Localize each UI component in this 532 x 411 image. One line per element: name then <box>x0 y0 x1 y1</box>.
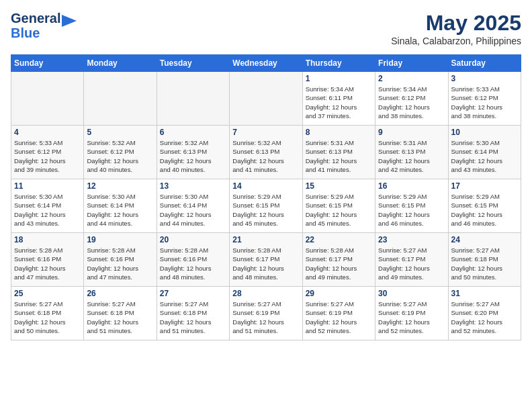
day-info: Sunrise: 5:30 AM Sunset: 6:14 PM Dayligh… <box>14 192 81 228</box>
day-info: Sunrise: 5:29 AM Sunset: 6:15 PM Dayligh… <box>306 192 372 228</box>
calendar-cell: 5Sunrise: 5:32 AM Sunset: 6:12 PM Daylig… <box>84 126 157 179</box>
calendar-cell <box>84 72 157 126</box>
day-number: 17 <box>451 181 518 191</box>
day-header-friday: Friday <box>375 55 448 72</box>
day-number: 22 <box>306 235 372 244</box>
calendar-cell: 24Sunrise: 5:27 AM Sunset: 6:18 PM Dayli… <box>448 233 521 287</box>
day-info: Sunrise: 5:31 AM Sunset: 6:13 PM Dayligh… <box>306 138 372 174</box>
svg-marker-0 <box>62 15 77 27</box>
day-info: Sunrise: 5:28 AM Sunset: 6:16 PM Dayligh… <box>160 246 226 281</box>
day-info: Sunrise: 5:34 AM Sunset: 6:12 PM Dayligh… <box>378 85 445 120</box>
day-number: 11 <box>14 181 81 191</box>
day-number: 21 <box>232 235 299 244</box>
logo-arrow-icon <box>62 15 77 30</box>
day-number: 4 <box>14 128 81 137</box>
day-info: Sunrise: 5:27 AM Sunset: 6:19 PM Dayligh… <box>232 300 299 335</box>
day-info: Sunrise: 5:27 AM Sunset: 6:19 PM Dayligh… <box>306 300 372 335</box>
calendar-cell: 16Sunrise: 5:29 AM Sunset: 6:15 PM Dayli… <box>375 179 448 233</box>
day-info: Sunrise: 5:27 AM Sunset: 6:19 PM Dayligh… <box>378 300 445 335</box>
calendar-cell: 6Sunrise: 5:32 AM Sunset: 6:13 PM Daylig… <box>157 126 229 179</box>
day-info: Sunrise: 5:27 AM Sunset: 6:18 PM Dayligh… <box>87 300 153 335</box>
day-number: 1 <box>306 74 372 83</box>
calendar-cell: 11Sunrise: 5:30 AM Sunset: 6:14 PM Dayli… <box>11 179 84 233</box>
day-header-thursday: Thursday <box>302 55 375 72</box>
week-row-4: 18Sunrise: 5:28 AM Sunset: 6:16 PM Dayli… <box>11 233 521 287</box>
logo-general: General <box>11 11 60 26</box>
day-number: 24 <box>451 235 518 244</box>
logo-blue: Blue <box>11 26 60 40</box>
calendar-cell: 4Sunrise: 5:33 AM Sunset: 6:12 PM Daylig… <box>11 126 84 179</box>
day-info: Sunrise: 5:30 AM Sunset: 6:14 PM Dayligh… <box>160 192 226 228</box>
week-row-1: 1Sunrise: 5:34 AM Sunset: 6:11 PM Daylig… <box>11 72 521 126</box>
day-number: 3 <box>451 74 518 83</box>
day-info: Sunrise: 5:30 AM Sunset: 6:14 PM Dayligh… <box>87 192 153 228</box>
week-row-5: 25Sunrise: 5:27 AM Sunset: 6:18 PM Dayli… <box>11 287 521 340</box>
logo: General Blue <box>11 11 77 40</box>
day-number: 20 <box>160 235 226 244</box>
day-number: 29 <box>306 289 372 298</box>
calendar-cell: 9Sunrise: 5:31 AM Sunset: 6:13 PM Daylig… <box>375 126 448 179</box>
calendar-cell: 8Sunrise: 5:31 AM Sunset: 6:13 PM Daylig… <box>302 126 375 179</box>
day-info: Sunrise: 5:28 AM Sunset: 6:16 PM Dayligh… <box>14 246 81 281</box>
calendar-cell: 22Sunrise: 5:28 AM Sunset: 6:17 PM Dayli… <box>302 233 375 287</box>
day-info: Sunrise: 5:31 AM Sunset: 6:13 PM Dayligh… <box>378 138 445 174</box>
calendar-cell: 20Sunrise: 5:28 AM Sunset: 6:16 PM Dayli… <box>157 233 229 287</box>
day-number: 30 <box>378 289 445 298</box>
day-info: Sunrise: 5:27 AM Sunset: 6:20 PM Dayligh… <box>451 300 518 335</box>
calendar-cell: 13Sunrise: 5:30 AM Sunset: 6:14 PM Dayli… <box>157 179 229 233</box>
day-number: 2 <box>378 74 445 83</box>
day-info: Sunrise: 5:33 AM Sunset: 6:12 PM Dayligh… <box>14 138 81 174</box>
week-row-2: 4Sunrise: 5:33 AM Sunset: 6:12 PM Daylig… <box>11 126 521 179</box>
calendar-cell: 18Sunrise: 5:28 AM Sunset: 6:16 PM Dayli… <box>11 233 84 287</box>
calendar-cell: 28Sunrise: 5:27 AM Sunset: 6:19 PM Dayli… <box>230 287 302 340</box>
calendar-cell: 15Sunrise: 5:29 AM Sunset: 6:15 PM Dayli… <box>302 179 375 233</box>
day-info: Sunrise: 5:30 AM Sunset: 6:14 PM Dayligh… <box>451 138 518 174</box>
calendar-cell: 1Sunrise: 5:34 AM Sunset: 6:11 PM Daylig… <box>302 72 375 126</box>
day-number: 18 <box>14 235 81 244</box>
calendar-cell: 10Sunrise: 5:30 AM Sunset: 6:14 PM Dayli… <box>448 126 521 179</box>
day-number: 9 <box>378 128 445 137</box>
day-info: Sunrise: 5:27 AM Sunset: 6:18 PM Dayligh… <box>451 246 518 281</box>
calendar-cell: 14Sunrise: 5:29 AM Sunset: 6:15 PM Dayli… <box>230 179 302 233</box>
title-area: May 2025 Sinala, Calabarzon, Philippines <box>391 11 521 46</box>
day-number: 28 <box>232 289 299 298</box>
day-number: 15 <box>306 181 372 191</box>
day-info: Sunrise: 5:32 AM Sunset: 6:13 PM Dayligh… <box>160 138 226 174</box>
day-info: Sunrise: 5:28 AM Sunset: 6:16 PM Dayligh… <box>87 246 153 281</box>
day-number: 26 <box>87 289 153 298</box>
calendar-cell: 27Sunrise: 5:27 AM Sunset: 6:18 PM Dayli… <box>157 287 229 340</box>
calendar-cell: 31Sunrise: 5:27 AM Sunset: 6:20 PM Dayli… <box>448 287 521 340</box>
week-row-3: 11Sunrise: 5:30 AM Sunset: 6:14 PM Dayli… <box>11 179 521 233</box>
day-info: Sunrise: 5:27 AM Sunset: 6:18 PM Dayligh… <box>160 300 226 335</box>
day-number: 23 <box>378 235 445 244</box>
day-number: 6 <box>160 128 226 137</box>
calendar-cell: 12Sunrise: 5:30 AM Sunset: 6:14 PM Dayli… <box>84 179 157 233</box>
day-number: 25 <box>14 289 81 298</box>
calendar-cell: 25Sunrise: 5:27 AM Sunset: 6:18 PM Dayli… <box>11 287 84 340</box>
day-number: 12 <box>87 181 153 191</box>
day-number: 27 <box>160 289 226 298</box>
calendar-cell: 17Sunrise: 5:29 AM Sunset: 6:15 PM Dayli… <box>448 179 521 233</box>
day-number: 7 <box>232 128 299 137</box>
day-header-monday: Monday <box>84 55 157 72</box>
calendar-cell: 29Sunrise: 5:27 AM Sunset: 6:19 PM Dayli… <box>302 287 375 340</box>
calendar-cell: 21Sunrise: 5:28 AM Sunset: 6:17 PM Dayli… <box>230 233 302 287</box>
day-info: Sunrise: 5:29 AM Sunset: 6:15 PM Dayligh… <box>378 192 445 228</box>
day-number: 5 <box>87 128 153 137</box>
day-header-tuesday: Tuesday <box>157 55 229 72</box>
calendar-cell <box>157 72 229 126</box>
day-number: 13 <box>160 181 226 191</box>
day-info: Sunrise: 5:32 AM Sunset: 6:12 PM Dayligh… <box>87 138 153 174</box>
calendar-cell <box>230 72 302 126</box>
day-number: 14 <box>232 181 299 191</box>
day-header-wednesday: Wednesday <box>230 55 302 72</box>
calendar-cell: 7Sunrise: 5:32 AM Sunset: 6:13 PM Daylig… <box>230 126 302 179</box>
calendar-cell: 2Sunrise: 5:34 AM Sunset: 6:12 PM Daylig… <box>375 72 448 126</box>
calendar-cell: 26Sunrise: 5:27 AM Sunset: 6:18 PM Dayli… <box>84 287 157 340</box>
calendar-cell: 23Sunrise: 5:27 AM Sunset: 6:17 PM Dayli… <box>375 233 448 287</box>
day-info: Sunrise: 5:29 AM Sunset: 6:15 PM Dayligh… <box>451 192 518 228</box>
day-info: Sunrise: 5:28 AM Sunset: 6:17 PM Dayligh… <box>232 246 299 281</box>
day-number: 31 <box>451 289 518 298</box>
calendar-cell <box>11 72 84 126</box>
day-info: Sunrise: 5:28 AM Sunset: 6:17 PM Dayligh… <box>306 246 372 281</box>
